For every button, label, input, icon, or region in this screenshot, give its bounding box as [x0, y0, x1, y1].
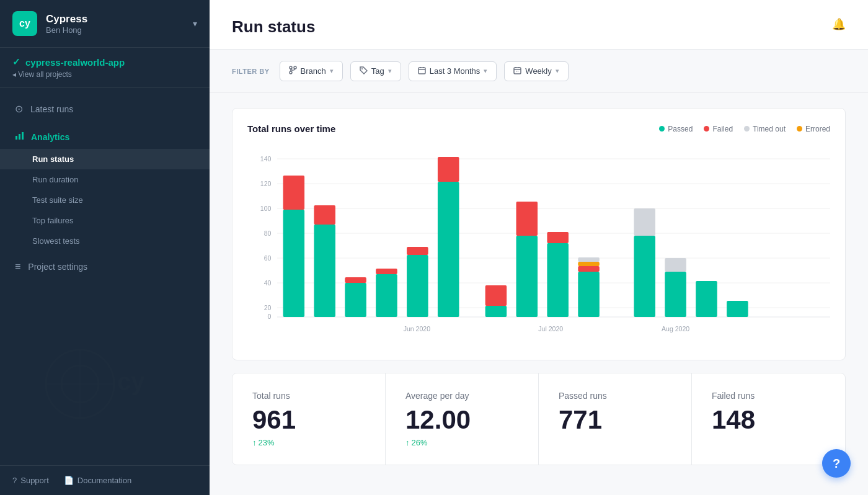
bar-12-timedout[interactable] — [665, 258, 686, 272]
bar-2-passed[interactable] — [314, 225, 335, 317]
sub-item-run-status[interactable]: Run status — [0, 149, 210, 169]
app-name: Cypress — [46, 13, 193, 25]
stat-passed-label: Passed runs — [559, 391, 671, 401]
branch-icon — [289, 66, 297, 76]
bar-11-passed[interactable] — [634, 236, 655, 317]
stat-failed-value: 148 — [712, 407, 825, 433]
legend-errored: Errored — [797, 125, 830, 133]
main-content: Run status 🔔 FILTER BY Branch ▾ — [210, 0, 868, 495]
bar-11-timedout[interactable] — [634, 208, 655, 236]
bar-6-passed[interactable] — [438, 182, 459, 317]
app-title-group: Cypress Ben Hong — [46, 13, 193, 35]
interval-chevron-icon: ▾ — [556, 67, 559, 75]
svg-rect-1 — [19, 134, 20, 140]
filter-label: FILTER BY — [232, 68, 270, 75]
bar-13-passed[interactable] — [696, 281, 717, 317]
stat-avg-value: 12.00 — [405, 407, 518, 433]
notification-icon[interactable]: 🔔 — [832, 17, 846, 31]
bar-10-errored[interactable] — [578, 262, 600, 266]
bar-1-failed[interactable] — [283, 176, 305, 210]
timed-out-dot — [744, 126, 750, 132]
bar-10-passed[interactable] — [578, 272, 600, 317]
bar-5-failed[interactable] — [407, 247, 428, 255]
user-name: Ben Hong — [46, 25, 193, 35]
support-icon: ? — [12, 476, 17, 485]
project-section: ✓ cypress-realworld-app ◂ View all proje… — [0, 48, 210, 88]
support-link[interactable]: ? Support — [12, 476, 49, 485]
svg-text:100: 100 — [260, 205, 272, 212]
svg-text:Aug 2020: Aug 2020 — [662, 325, 689, 332]
analytics-icon — [15, 131, 25, 143]
sub-item-run-duration[interactable]: Run duration — [0, 169, 210, 190]
stat-total-runs-label: Total runs — [252, 391, 365, 401]
bar-8-passed[interactable] — [516, 236, 538, 317]
tag-chevron-icon: ▾ — [388, 67, 392, 75]
settings-icon: ≡ — [15, 261, 20, 272]
stats-row: Total runs 961 ↑ 23% Average per day 12.… — [232, 373, 846, 465]
bar-9-failed[interactable] — [547, 232, 569, 243]
svg-text:Jun 2020: Jun 2020 — [404, 325, 430, 332]
bar-9-passed[interactable] — [547, 243, 569, 317]
tag-filter[interactable]: Tag ▾ — [350, 61, 401, 81]
stat-avg-per-day: Average per day 12.00 ↑ 26% — [386, 373, 539, 465]
sub-item-test-suite-size[interactable]: Test suite size — [0, 190, 210, 210]
sidebar: cy Cypress Ben Hong ▾ ✓ cypress-realworl… — [0, 0, 210, 495]
latest-runs-icon: ⊙ — [15, 103, 23, 115]
sidebar-chevron-icon[interactable]: ▾ — [193, 19, 197, 29]
sidebar-item-project-settings[interactable]: ≡ Project settings — [0, 254, 210, 280]
bar-6-failed[interactable] — [438, 157, 459, 182]
bar-10-failed[interactable] — [578, 266, 600, 272]
bar-3-failed[interactable] — [345, 277, 366, 283]
branch-chevron-icon: ▾ — [330, 67, 334, 75]
sub-item-top-failures[interactable]: Top failures — [0, 210, 210, 231]
bar-8-failed[interactable] — [516, 202, 538, 236]
interval-filter[interactable]: Weekly ▾ — [504, 61, 568, 81]
project-name[interactable]: ✓ cypress-realworld-app — [12, 56, 197, 68]
bar-2-failed[interactable] — [314, 205, 335, 225]
stat-total-runs: Total runs 961 ↑ 23% — [232, 373, 386, 465]
stat-failed-label: Failed runs — [712, 391, 825, 401]
page-title: Run status — [232, 17, 846, 37]
stat-passed-runs: Passed runs 771 — [539, 373, 692, 465]
stat-total-runs-value: 961 — [252, 407, 365, 433]
period-filter[interactable]: Last 3 Months ▾ — [409, 61, 497, 81]
bar-1-passed[interactable] — [283, 210, 305, 317]
passed-dot — [659, 126, 665, 132]
bar-7-failed[interactable] — [485, 285, 507, 306]
sidebar-item-latest-runs[interactable]: ⊙ Latest runs — [0, 96, 210, 122]
errored-dot — [797, 126, 802, 132]
docs-icon: 📄 — [64, 476, 74, 485]
bar-10-timedout[interactable] — [578, 257, 600, 262]
chart-title: Total runs over time — [247, 123, 335, 134]
chart-legend: Passed Failed Timed out Errored — [659, 125, 830, 133]
view-all-projects[interactable]: ◂ View all projects — [12, 70, 197, 79]
main-body: Total runs over time Passed Failed Timed… — [210, 93, 868, 495]
sidebar-footer: ? Support 📄 Documentation — [0, 465, 210, 495]
svg-text:0: 0 — [267, 313, 271, 320]
sidebar-item-analytics[interactable]: Analytics — [0, 125, 210, 149]
bar-chart-svg: 140 120 100 80 60 40 20 0 — [247, 146, 830, 345]
check-icon: ✓ — [12, 56, 20, 68]
svg-point-8 — [290, 71, 292, 74]
bar-12-passed[interactable] — [665, 272, 686, 317]
bar-7-passed[interactable] — [485, 306, 507, 317]
bar-14-passed[interactable] — [727, 301, 748, 317]
bar-4-passed[interactable] — [376, 274, 397, 317]
main-header: Run status 🔔 — [210, 0, 868, 50]
calendar-icon — [418, 66, 426, 76]
help-fab[interactable]: ? — [822, 449, 851, 478]
svg-text:140: 140 — [260, 155, 272, 163]
svg-text:60: 60 — [264, 254, 272, 262]
bar-3-passed[interactable] — [345, 283, 366, 317]
up-arrow2-icon: ↑ — [405, 438, 410, 447]
sub-item-slowest-tests[interactable]: Slowest tests — [0, 231, 210, 251]
bar-4-failed[interactable] — [376, 269, 397, 274]
failed-dot — [704, 126, 709, 132]
analytics-section: Analytics Run status Run duration Test s… — [0, 122, 210, 254]
bar-5-passed[interactable] — [407, 255, 428, 317]
documentation-link[interactable]: 📄 Documentation — [64, 476, 131, 485]
sidebar-header: cy Cypress Ben Hong ▾ — [0, 0, 210, 48]
filter-bar: FILTER BY Branch ▾ Tag ▾ — [210, 50, 868, 93]
branch-filter[interactable]: Branch ▾ — [280, 61, 343, 81]
svg-rect-0 — [16, 136, 17, 140]
